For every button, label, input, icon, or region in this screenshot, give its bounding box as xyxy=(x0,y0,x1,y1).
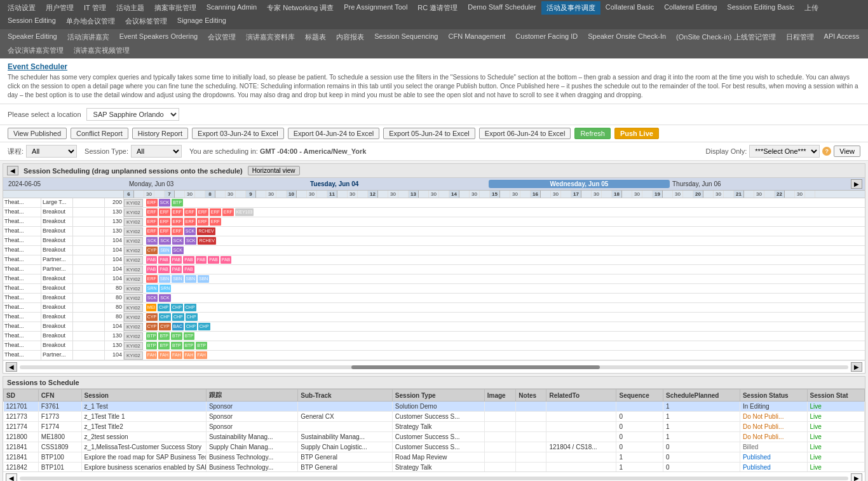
course-select[interactable]: All xyxy=(26,145,77,158)
session-block-0[interactable]: SCK xyxy=(146,294,158,302)
session-block-1[interactable]: CHP xyxy=(159,313,171,321)
event-scheduler-title[interactable]: Event Scheduler xyxy=(8,62,860,71)
session-block-3[interactable]: FAH xyxy=(184,351,195,359)
sessions-h-scrollbar[interactable] xyxy=(20,477,848,480)
session-block-5[interactable]: ERF xyxy=(210,218,221,226)
top-nav-item-single-session-mgmt[interactable]: 单办地会议管理 xyxy=(61,15,120,28)
export04-btn[interactable]: Export 04-Jun-24 to Excel xyxy=(288,128,380,139)
session-block-3[interactable]: CHP xyxy=(184,304,196,311)
session-block-2[interactable]: FAH xyxy=(171,351,182,359)
session-block-2[interactable]: CHP xyxy=(171,304,183,311)
session-block-1[interactable]: SBN xyxy=(159,275,170,283)
help-icon[interactable]: ? xyxy=(822,147,831,156)
second-nav-item-labels-table[interactable]: 标题表 xyxy=(300,30,331,44)
export03-btn[interactable]: Export 03-Jun-24 to Excel xyxy=(192,128,284,139)
session-block-3[interactable]: CHP xyxy=(185,323,197,330)
session-block-0[interactable]: MEI xyxy=(146,304,156,311)
session-block-1[interactable]: SBN xyxy=(159,247,170,254)
session-block-0[interactable]: PAB xyxy=(146,256,158,264)
session-type-select[interactable]: All xyxy=(131,145,182,158)
session-block-3[interactable]: SBN xyxy=(185,275,196,283)
session-block-0[interactable]: ERF xyxy=(146,208,158,216)
session-block-7[interactable]: KEY103 xyxy=(235,208,254,216)
session-block-3[interactable]: PAB xyxy=(183,266,194,273)
session-block-4[interactable]: RCHEV xyxy=(198,237,216,245)
second-nav-item-schedule[interactable]: 日程管理 xyxy=(781,30,819,44)
top-nav-item-scanning-admin[interactable]: Scanning Admin xyxy=(201,1,262,15)
session-block-2[interactable]: ERF xyxy=(172,218,183,226)
session-row-6[interactable]: 121842BTP101Explore business scenarios e… xyxy=(4,463,865,472)
session-block-5[interactable]: ERF xyxy=(210,208,221,216)
second-nav-item-lecture-video-mgmt[interactable]: 演讲嘉宾视频管理 xyxy=(69,44,135,57)
top-nav-item-collateral-basic[interactable]: Collateral Basic xyxy=(600,1,659,15)
grid-scroll-left-btn[interactable]: ◀ xyxy=(6,362,17,372)
session-block-1[interactable]: ERF xyxy=(159,218,170,226)
session-block-4[interactable]: RCHEV xyxy=(197,227,215,235)
top-nav-item-session-editing[interactable]: Session Editing xyxy=(3,15,61,28)
second-nav-item-customer-facing[interactable]: Customer Facing ID xyxy=(510,30,583,44)
second-nav-item-meeting-mgmt[interactable]: 会议管理 xyxy=(203,30,241,44)
session-block-1[interactable]: SCK xyxy=(159,199,170,207)
display-only-select[interactable]: ***Select One*** xyxy=(749,145,820,158)
top-nav-item-session-editing-basic[interactable]: Session Editing Basic xyxy=(722,1,799,15)
session-block-0[interactable]: CYP xyxy=(146,247,158,254)
second-nav-item-lecture-materials[interactable]: 演讲嘉宾资料库 xyxy=(241,30,300,44)
top-nav-item-upload[interactable]: 上传 xyxy=(799,1,824,15)
session-block-1[interactable]: CYP xyxy=(159,323,170,330)
second-nav-item-activity-lecture[interactable]: 活动演讲嘉宾 xyxy=(62,30,114,44)
session-block-0[interactable]: SRN xyxy=(146,285,158,292)
session-block-1[interactable]: FAH xyxy=(158,351,170,359)
refresh-btn[interactable]: Refresh xyxy=(574,128,611,139)
session-block-1[interactable]: BTP xyxy=(158,332,170,340)
session-block-1[interactable]: SCK xyxy=(159,294,170,302)
export06-btn[interactable]: Export 06-Jun-24 to Excel xyxy=(479,128,571,139)
session-block-3[interactable]: ERF xyxy=(184,218,196,226)
session-block-4[interactable]: ERF xyxy=(197,218,208,226)
session-block-0[interactable]: ERF xyxy=(146,199,158,207)
session-block-3[interactable]: SCK xyxy=(184,227,196,235)
view-btn[interactable]: View xyxy=(834,146,860,157)
session-block-0[interactable]: CYP xyxy=(146,313,158,321)
grid-scroll-right-btn[interactable]: ▶ xyxy=(851,362,862,372)
session-block-6[interactable]: ERF xyxy=(222,208,234,216)
top-nav-item-case-approval[interactable]: 摘案审批管理 xyxy=(149,1,201,15)
session-block-2[interactable]: SCK xyxy=(172,237,184,245)
session-block-4[interactable]: ERF xyxy=(197,208,208,216)
session-block-1[interactable]: SCK xyxy=(159,237,170,245)
session-block-0[interactable]: BTP xyxy=(146,332,158,340)
session-block-2[interactable]: BTP xyxy=(172,199,183,207)
session-block-4[interactable]: SBN xyxy=(198,275,209,283)
session-row-1[interactable]: 121773F1773z_1Test Title 1SponsorGeneral… xyxy=(4,412,865,422)
session-block-4[interactable]: BTP xyxy=(196,342,207,349)
sessions-scroll-left[interactable]: ◀ xyxy=(6,473,17,481)
session-block-0[interactable]: FAH xyxy=(146,351,158,359)
top-nav-item-activity-setup[interactable]: 活动设置 xyxy=(3,1,41,15)
push-live-btn[interactable]: Push Live xyxy=(614,128,659,139)
session-block-6[interactable]: PAB xyxy=(220,256,232,264)
session-block-2[interactable]: BTP xyxy=(171,332,182,340)
session-row-5[interactable]: 121841BTP100Explore the road map for SAP… xyxy=(4,452,865,463)
session-block-2[interactable]: SCK xyxy=(172,247,184,254)
conflict-report-btn[interactable]: Conflict Report xyxy=(71,128,128,139)
sessions-scroll[interactable]: SDCFNSession跟踪Sub-TrackSession TypeImage… xyxy=(3,389,865,471)
session-block-4[interactable]: PAB xyxy=(196,256,207,264)
session-block-1[interactable]: SRN xyxy=(159,285,172,292)
top-nav-item-expert-networking[interactable]: 专家 Networking 调查 xyxy=(262,1,339,15)
session-block-2[interactable]: PAB xyxy=(171,256,182,264)
session-block-4[interactable]: FAH xyxy=(196,351,207,359)
session-block-1[interactable]: ERF xyxy=(159,208,170,216)
top-nav-item-activity-main[interactable]: 活动主题 xyxy=(111,1,149,15)
second-nav-item-content-table[interactable]: 内容报表 xyxy=(331,30,369,44)
session-block-2[interactable]: ERF xyxy=(172,227,183,235)
session-block-2[interactable]: ERF xyxy=(172,208,183,216)
session-block-0[interactable]: ERF xyxy=(146,275,158,283)
top-nav-item-signage-editing[interactable]: Signage Editing xyxy=(172,15,231,28)
session-block-2[interactable]: SBN xyxy=(172,275,183,283)
session-block-3[interactable]: BTP xyxy=(184,342,195,349)
session-block-2[interactable]: CHP xyxy=(172,313,184,321)
horizontal-view-btn[interactable]: Horizontal view xyxy=(248,166,300,175)
session-block-3[interactable]: PAB xyxy=(183,256,194,264)
session-block-1[interactable]: CHP xyxy=(158,304,170,311)
second-nav-item-cfn-mgmt[interactable]: CFN Management xyxy=(443,30,510,44)
session-block-2[interactable]: BTP xyxy=(171,342,182,349)
